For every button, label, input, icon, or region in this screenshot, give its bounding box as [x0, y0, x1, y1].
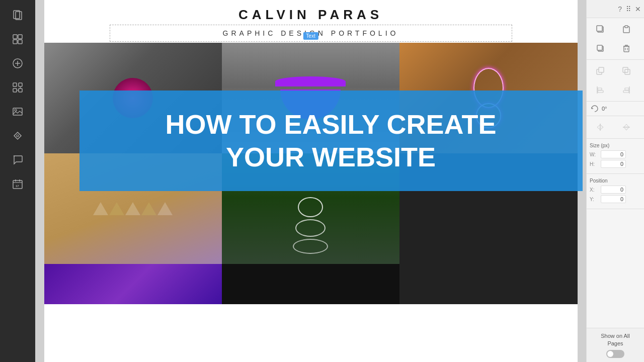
show-on-all-pages-section: Show on All Pages: [587, 328, 644, 362]
svg-rect-11: [13, 88, 17, 92]
sidebar-calendar-icon[interactable]: 17: [7, 173, 29, 195]
help-icon[interactable]: ?: [618, 5, 622, 13]
svg-rect-12: [19, 88, 22, 92]
svg-rect-33: [599, 67, 604, 72]
svg-rect-10: [19, 83, 22, 86]
y-label: Y:: [590, 197, 599, 202]
canvas-wrapper: CALVIN PARAS Text GRAPHIC DESIGN PORTFOL…: [35, 0, 586, 362]
toggle-knob: [607, 351, 613, 357]
sidebar-pages-icon[interactable]: [7, 4, 29, 26]
close-panel-icon[interactable]: ✕: [635, 5, 641, 13]
overlay-text: HOW TO EASILY CREATE YOUR WEBSITE: [165, 108, 496, 173]
main-canvas-area: CALVIN PARAS Text GRAPHIC DESIGN PORTFOL…: [35, 0, 586, 362]
duplicate-button[interactable]: [590, 39, 611, 57]
site-title: CALVIN PARAS: [44, 7, 578, 23]
overlay-banner: HOW TO EASILY CREATE YOUR WEBSITE: [79, 90, 583, 191]
width-row: W:: [590, 150, 641, 158]
svg-marker-46: [624, 124, 629, 127]
extra-cell-2[interactable]: [222, 264, 399, 304]
right-panel-top-bar: ? ⠿ ✕: [587, 0, 644, 18]
action-icons-row-1: [587, 18, 644, 60]
delete-button[interactable]: [616, 39, 637, 57]
svg-rect-40: [625, 88, 629, 90]
purple-geometric-image: [44, 264, 222, 304]
extra-cell-3[interactable]: [399, 264, 577, 304]
flip-icons-row: [587, 116, 644, 139]
svg-rect-15: [13, 108, 22, 115]
svg-marker-44: [600, 125, 603, 130]
svg-rect-37: [598, 88, 602, 90]
height-label: H:: [590, 161, 599, 167]
size-section: Size (px) W: H:: [587, 139, 644, 174]
left-sidebar: 17: [0, 0, 35, 362]
paste-button[interactable]: [616, 20, 637, 38]
svg-rect-3: [18, 35, 22, 39]
copy-button[interactable]: [590, 20, 611, 38]
svg-text:17: 17: [16, 185, 19, 188]
svg-marker-43: [597, 125, 600, 130]
rotation-value: 0°: [602, 106, 607, 112]
sidebar-elements-icon[interactable]: [7, 28, 29, 50]
svg-rect-26: [625, 26, 628, 28]
width-label: W:: [590, 152, 599, 157]
sidebar-apps-icon[interactable]: [7, 76, 29, 99]
send-back-button[interactable]: [590, 62, 611, 80]
sidebar-comments-icon[interactable]: [7, 149, 29, 171]
x-input[interactable]: [601, 186, 626, 194]
align-right-button[interactable]: [616, 81, 637, 99]
svg-rect-29: [624, 46, 629, 52]
canvas: CALVIN PARAS Text GRAPHIC DESIGN PORTFOL…: [44, 0, 578, 362]
flip-vertical-button[interactable]: [616, 118, 637, 136]
svg-rect-24: [597, 26, 602, 31]
svg-rect-2: [13, 35, 17, 39]
y-input[interactable]: [601, 195, 626, 203]
svg-rect-34: [625, 69, 630, 74]
text-element-label: Text: [303, 32, 318, 40]
position-section: Position X: Y:: [587, 174, 644, 209]
svg-point-17: [17, 135, 19, 137]
svg-rect-5: [18, 40, 22, 44]
x-row: X:: [590, 186, 641, 194]
show-pages-label: Show on All Pages: [601, 332, 629, 347]
height-input[interactable]: [601, 160, 626, 168]
svg-point-16: [15, 109, 17, 111]
right-panel: ? ⠿ ✕ 0°: [586, 0, 644, 362]
rotation-icon: [591, 105, 599, 113]
svg-marker-47: [624, 127, 629, 130]
rotation-row: 0°: [587, 102, 644, 116]
flip-horizontal-button[interactable]: [590, 118, 611, 136]
grid-dots-icon[interactable]: ⠿: [626, 5, 631, 13]
x-label: X:: [590, 187, 599, 193]
size-label: Size (px): [590, 143, 641, 148]
position-label: Position: [590, 178, 641, 184]
width-input[interactable]: [601, 150, 626, 158]
extra-bottom-row: [44, 264, 578, 304]
bring-forward-button[interactable]: [616, 62, 637, 80]
extra-cell-1[interactable]: [44, 264, 222, 304]
y-row: Y:: [590, 195, 641, 203]
canvas-header: CALVIN PARAS: [44, 0, 578, 25]
sidebar-pen-icon[interactable]: [7, 125, 29, 147]
show-pages-toggle[interactable]: [606, 350, 624, 358]
height-row: H:: [590, 160, 641, 168]
svg-rect-41: [623, 90, 629, 93]
svg-rect-38: [598, 90, 603, 93]
layer-icons-row: [587, 60, 644, 102]
sidebar-add-icon[interactable]: [7, 52, 29, 74]
align-left-button[interactable]: [590, 81, 611, 99]
sidebar-media-icon[interactable]: [7, 101, 29, 123]
svg-rect-9: [13, 83, 17, 86]
svg-rect-28: [597, 45, 602, 50]
svg-rect-4: [13, 40, 17, 44]
